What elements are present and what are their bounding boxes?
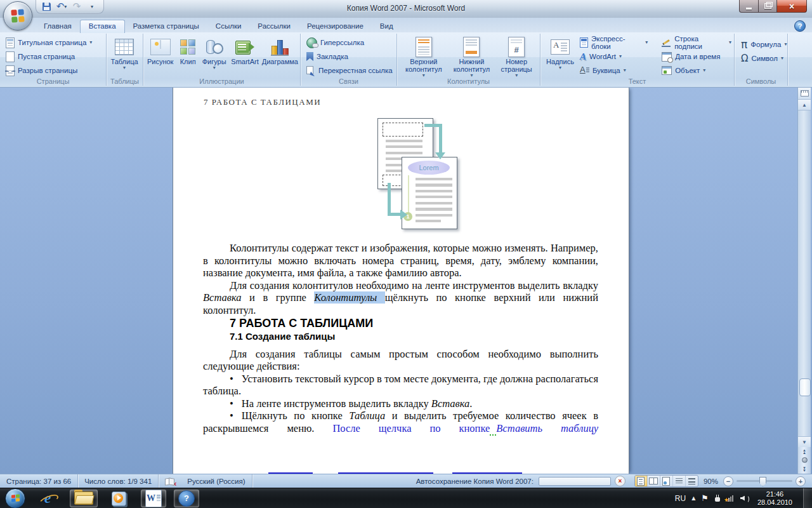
bookmark-button[interactable]: Закладка	[304, 50, 396, 64]
print-layout-view-button[interactable]	[635, 476, 648, 486]
quick-parts-button[interactable]: Экспресс-блоки ▾	[577, 36, 650, 50]
tab-glavnaya[interactable]: Главная	[36, 20, 80, 32]
minimize-button[interactable]	[739, 0, 759, 13]
text-lines	[416, 220, 441, 222]
show-hidden-icons-button[interactable]: ▲	[691, 495, 695, 501]
object-icon	[662, 66, 672, 75]
group-illustrations: Рисунок Клип Фигуры ▾ SmartArt Диаграмма…	[143, 34, 301, 86]
chart-icon	[271, 38, 289, 56]
dropdown-arrow-icon: ▾	[619, 54, 622, 59]
header-footer-figure[interactable]: Lorem 1	[376, 116, 509, 236]
figure-front-page: Lorem 1	[402, 157, 457, 229]
tab-recenzirovanie[interactable]: Рецензирование	[299, 20, 372, 32]
restore-button[interactable]	[759, 0, 777, 13]
symbol-button[interactable]: Символ ▾	[738, 51, 787, 65]
header-icon	[416, 37, 432, 57]
network-warning-icon: ★	[724, 497, 729, 503]
dropdown-arrow-icon: ▾	[213, 65, 216, 70]
equation-button[interactable]: Формула ▾	[738, 37, 787, 51]
select-browse-object-button[interactable]	[802, 457, 808, 463]
paragraph-text: Колонтитулы содержат текст и изображения…	[203, 242, 598, 279]
scrollbar-thumb[interactable]	[799, 378, 811, 396]
language-indicator[interactable]: Русский (Россия)	[181, 474, 252, 488]
paragraph-text: Для создания колонтитулов необходимо на …	[230, 279, 598, 291]
network-icon[interactable]: ★	[726, 495, 735, 502]
zoom-track[interactable]	[737, 480, 792, 482]
dropdown-arrow-icon: ▾	[645, 40, 648, 45]
header-label: Верхний колонтитул	[401, 58, 447, 73]
tab-razmetka[interactable]: Разметка страницы	[125, 20, 207, 32]
tab-vid[interactable]: Вид	[372, 20, 402, 32]
ruler-toggle-button[interactable]	[798, 88, 811, 100]
page-number-label: Номер страницы	[497, 58, 536, 73]
hyperlink-colored-text: Вставить таблицу	[496, 422, 598, 434]
group-links: Гиперссылка Закладка Перекрестная ссылка…	[301, 34, 397, 86]
taskbar-word[interactable]: W	[141, 490, 166, 507]
title-bar: ↶▾ ↷ ▾ Копия Word 2007 - Microsoft Word …	[0, 0, 812, 18]
wordart-label: WordArt	[589, 53, 616, 60]
wordart-button[interactable]: WordArt ▾	[577, 50, 650, 64]
blank-page-button[interactable]: Пустая страница	[3, 50, 106, 64]
object-button[interactable]: Объект ▾	[659, 64, 734, 77]
scroll-down-button[interactable]: ▼	[798, 436, 811, 447]
spell-check-status[interactable]: ×	[159, 474, 181, 488]
textbox-icon	[551, 39, 570, 55]
page-indicator[interactable]: Страница: 37 из 66	[0, 474, 78, 488]
cross-reference-button[interactable]: Перекрестная ссылка	[304, 64, 396, 77]
drop-cap-button[interactable]: Буквица ▾	[577, 64, 650, 77]
date-time-button[interactable]: Дата и время	[659, 50, 734, 64]
signature-line-button[interactable]: Строка подписи ▾	[659, 36, 734, 50]
fullscreen-reading-view-button[interactable]	[648, 476, 660, 486]
group-header-footer: Верхний колонтитул ▾ Нижний колонтитул ▾…	[397, 34, 540, 86]
start-button[interactable]	[5, 488, 25, 508]
office-button[interactable]	[3, 1, 32, 30]
help-button[interactable]: ?	[794, 20, 806, 32]
status-bar-right: Автосохранение Копия Word 2007: × 90% − …	[416, 474, 812, 488]
previous-page-button[interactable]: ▲▲	[802, 449, 806, 454]
paragraph-text: Для создания таблицы самым простым спосо…	[203, 348, 598, 373]
section-heading: 7.1 Создание таблицы	[203, 330, 598, 343]
web-layout-view-button[interactable]	[660, 476, 673, 486]
scroll-up-button[interactable]: ▲	[798, 100, 811, 110]
taskbar-windows-explorer[interactable]	[70, 490, 98, 507]
wordart-icon	[580, 51, 586, 62]
hyperlink-button[interactable]: Гиперссылка	[304, 36, 396, 50]
ruler-icon	[801, 90, 809, 97]
action-center-icon[interactable]: ⚑	[701, 493, 709, 503]
paragraph: Для создания таблицы самым простым спосо…	[203, 348, 598, 373]
volume-icon[interactable]	[740, 495, 749, 502]
tab-rassylki[interactable]: Рассылки	[249, 20, 299, 32]
close-button[interactable]: ×	[777, 0, 807, 13]
zoom-level[interactable]: 90%	[704, 478, 718, 485]
taskbar-media-player[interactable]	[107, 490, 131, 507]
clock[interactable]: 21:46 28.04.2010	[757, 490, 792, 507]
ribbon: Титульная страница ▾ Пустая страница Раз…	[0, 32, 812, 88]
show-desktop-button[interactable]	[803, 488, 812, 508]
draft-view-button[interactable]	[686, 476, 698, 486]
word-count[interactable]: Число слов: 1/9 341	[78, 474, 159, 488]
outline-view-button[interactable]	[673, 476, 686, 486]
table-button[interactable]: Таблица ▾	[107, 34, 142, 70]
vertical-scrollbar[interactable]: ▲ ▼ ▲▲ ▼▼	[797, 88, 811, 474]
system-tray: RU ▲ ⚑ ★ 21:46 28.04.2010	[675, 488, 812, 508]
zoom-thumb[interactable]	[759, 477, 766, 486]
cross-reference-label: Перекрестная ссылка	[318, 67, 393, 74]
page-break-button[interactable]: Разрыв страницы	[3, 64, 106, 77]
language-bar[interactable]: RU	[675, 494, 686, 503]
zoom-out-button[interactable]: −	[723, 476, 733, 486]
quick-parts-icon	[580, 37, 588, 48]
autosave-cancel-button[interactable]: ×	[615, 476, 625, 486]
power-icon[interactable]	[714, 495, 721, 502]
zoom-in-button[interactable]: +	[796, 476, 806, 486]
italic-text: Таблица	[349, 410, 385, 422]
page-break-label: Разрыв страницы	[18, 67, 77, 74]
taskbar-internet-explorer[interactable]: e	[36, 490, 60, 507]
window-title: Копия Word 2007 - Microsoft Word	[0, 4, 812, 13]
tab-ssylki[interactable]: Ссылки	[207, 20, 250, 32]
taskbar-help[interactable]: ?	[174, 490, 199, 507]
equation-label: Формула	[750, 41, 781, 48]
tab-vstavka[interactable]: Вставка	[80, 20, 125, 33]
next-page-button[interactable]: ▼▼	[802, 467, 806, 472]
document-page[interactable]: 7 РАБОТА С ТАБЛИЦАМИ Lorem	[173, 88, 629, 474]
cover-page-button[interactable]: Титульная страница ▾	[3, 36, 106, 50]
